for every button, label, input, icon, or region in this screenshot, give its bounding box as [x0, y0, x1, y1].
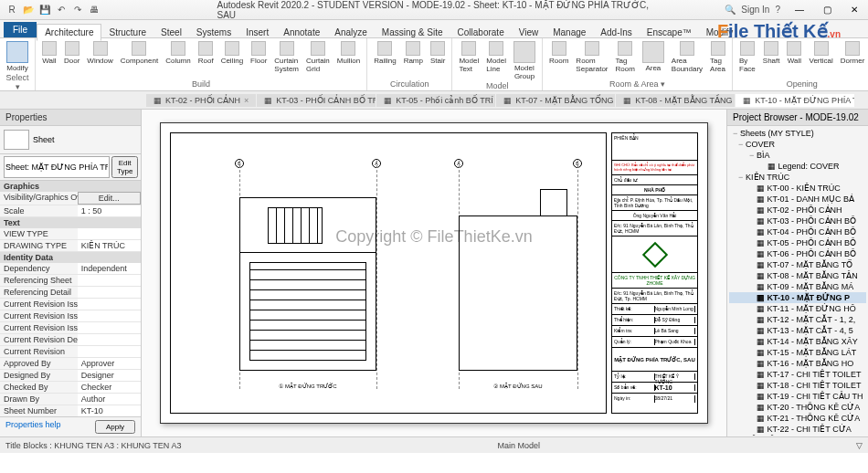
tree-twisty-icon[interactable]: −: [738, 140, 746, 149]
by-face-button[interactable]: ByFace: [736, 40, 758, 74]
area-button[interactable]: Area: [640, 40, 667, 73]
tree-node[interactable]: −BÌA: [729, 150, 866, 161]
file-tab[interactable]: File: [4, 22, 37, 37]
instance-selector[interactable]: [4, 156, 110, 178]
tree-node[interactable]: ▦ KT-14 - MẶT BẰNG XÂY: [729, 336, 866, 347]
room-button[interactable]: Room: [546, 40, 571, 66]
close-button[interactable]: ✕: [841, 0, 868, 20]
property-value[interactable]: Designer: [78, 370, 141, 381]
tree-node[interactable]: ▦ KT-03 - PHỐI CẢNH BỐ: [729, 215, 866, 226]
tree-twisty-icon[interactable]: −: [738, 173, 746, 182]
undo-icon[interactable]: ↶: [55, 4, 68, 16]
minimize-button[interactable]: —: [786, 0, 813, 20]
property-row[interactable]: Current Revision Descri...: [0, 334, 141, 346]
property-value[interactable]: [78, 287, 141, 298]
tree-node[interactable]: ▦ KT-00 - KIẾN TRÚC: [729, 183, 866, 194]
document-tab[interactable]: ▦KT-02 - PHỐI CẢNH×: [146, 94, 256, 107]
property-row[interactable]: Approved ByApprover: [0, 358, 141, 370]
tree-node[interactable]: ▦ KT-05 - PHỐI CẢNH BỐ: [729, 237, 866, 248]
tree-node[interactable]: ▦ KT-04 - PHỐI CẢNH BỐ: [729, 226, 866, 237]
component-button[interactable]: Component: [118, 40, 161, 66]
tree-node[interactable]: −KIẾN TRÚC: [729, 172, 866, 183]
property-value[interactable]: KIẾN TRÚC: [78, 240, 141, 251]
property-value[interactable]: [78, 310, 141, 321]
dormer-button[interactable]: Dormer: [838, 40, 868, 66]
property-value[interactable]: [78, 322, 141, 333]
area-boundary-button[interactable]: AreaBoundary: [669, 40, 705, 74]
curtain-grid-button[interactable]: CurtainGrid: [303, 40, 333, 74]
elevation-front-view[interactable]: B A ① MẶT ĐỨNG TRƯỚC: [217, 161, 399, 389]
property-row[interactable]: Current Revision: [0, 346, 141, 358]
property-section[interactable]: Identity Data: [0, 252, 141, 263]
tree-node[interactable]: ▦ KT-22 - CHI TIẾT CỬA: [729, 424, 866, 435]
title-block[interactable]: PHIÊN BẢN GHI CHÚ: Bản vẽ chỉ có ý nghĩa…: [611, 132, 698, 414]
help-icon[interactable]: ?: [775, 5, 780, 15]
document-tab[interactable]: ▦KT-10 - MẶT ĐỨNG PHÍA TRƯỚ...×: [736, 94, 854, 107]
mullion-button[interactable]: Mullion: [334, 40, 363, 66]
redo-icon[interactable]: ↷: [71, 4, 84, 16]
tag-area-button[interactable]: TagArea: [707, 40, 728, 74]
property-value[interactable]: Checker: [78, 382, 141, 393]
tree-node[interactable]: ▦ KT-21 - THỐNG KÊ CỬA: [729, 413, 866, 424]
elevation-rear-view[interactable]: A B ② MẶT ĐỨNG SAU: [445, 161, 591, 389]
maximize-button[interactable]: ▢: [813, 0, 841, 20]
tree-node[interactable]: ▦ KT-13 - MẶT CẮT - 4, 5: [729, 325, 866, 336]
property-row[interactable]: DRAWING TYPEKIẾN TRÚC: [0, 240, 141, 252]
tree-node[interactable]: ▦ KT-17 - CHI TIẾT TOILET: [729, 369, 866, 380]
tree-twisty-icon[interactable]: −: [749, 151, 757, 160]
property-row[interactable]: Scale1 : 50: [0, 205, 141, 217]
property-value[interactable]: Independent: [78, 263, 141, 274]
wall-button[interactable]: Wall: [784, 40, 804, 66]
property-row[interactable]: Visibility/Graphics Over...Edit...: [0, 192, 141, 205]
document-tab[interactable]: ▦KT-03 - PHỐI CẢNH BỐ TRÍ NỘI TH...×: [257, 94, 376, 107]
wall-button[interactable]: Wall: [39, 40, 59, 66]
property-row[interactable]: VIEW TYPE: [0, 228, 141, 240]
document-tab[interactable]: ▦KT-08 - MẶT BẰNG TẦNG 1 + 2×: [616, 94, 735, 107]
property-value[interactable]: [78, 228, 141, 239]
tree-node[interactable]: ▦ KT-18 - CHI TIẾT TOILET: [729, 380, 866, 391]
property-value[interactable]: KT-10: [78, 405, 141, 416]
tree-node[interactable]: −KẾT CẤU: [729, 435, 866, 436]
tree-node[interactable]: ▦ KT-02 - PHỐI CẢNH: [729, 205, 866, 215]
save-icon[interactable]: 💾: [38, 4, 51, 16]
tree-node[interactable]: ▦ KT-01 - DANH MỤC BẢ: [729, 194, 866, 205]
property-value[interactable]: [78, 334, 141, 345]
tag-room-button[interactable]: TagRoom: [613, 40, 638, 74]
property-row[interactable]: Sheet NumberKT-10: [0, 405, 141, 416]
print-icon[interactable]: 🖶: [88, 4, 101, 16]
tree-node[interactable]: ▦ Legend: COVER: [729, 161, 866, 172]
tree-node[interactable]: −Sheets (MY STYLE): [729, 128, 866, 139]
railing-button[interactable]: Railing: [371, 40, 398, 66]
property-section[interactable]: Text: [0, 217, 141, 228]
tree-node[interactable]: −COVER: [729, 139, 866, 150]
model-group-button[interactable]: ModelGroup: [511, 40, 538, 81]
property-value[interactable]: 1 : 50: [78, 205, 141, 216]
tree-twisty-icon[interactable]: −: [738, 436, 746, 436]
property-row[interactable]: Referencing Detail: [0, 287, 141, 299]
column-button[interactable]: Column: [163, 40, 194, 66]
roof-button[interactable]: Roof: [196, 40, 217, 66]
open-icon[interactable]: 📂: [22, 4, 35, 16]
revit-icon[interactable]: R: [5, 4, 18, 16]
property-row[interactable]: Current Revision Issued: [0, 299, 141, 310]
ramp-button[interactable]: Ramp: [401, 40, 426, 66]
window-button[interactable]: Window: [84, 40, 115, 66]
property-value[interactable]: Approver: [78, 358, 141, 369]
vertical-button[interactable]: Vertical: [806, 40, 835, 66]
model-line-button[interactable]: ModelLine: [483, 40, 509, 74]
tree-node[interactable]: ▦ KT-19 - CHI TIẾT CẦU TH: [729, 391, 866, 402]
select-dropdown[interactable]: Select ▾: [4, 73, 31, 91]
properties-help-link[interactable]: Properties help: [5, 420, 61, 434]
property-row[interactable]: Drawn ByAuthor: [0, 394, 141, 405]
property-value[interactable]: [78, 275, 141, 286]
filter-icon[interactable]: ▽: [856, 441, 863, 450]
tree-node[interactable]: ▦ KT-16 - MẶT BẰNG HO: [729, 358, 866, 369]
floor-button[interactable]: Floor: [248, 40, 270, 66]
property-value[interactable]: [78, 346, 141, 357]
property-section[interactable]: Graphics: [0, 181, 141, 192]
tree-node[interactable]: ▦ KT-11 - MẶT ĐỨNG HÔ: [729, 303, 866, 314]
tree-node[interactable]: ▦ KT-09 - MẶT BẰNG MÁ: [729, 281, 866, 292]
property-value[interactable]: Edit...: [78, 192, 141, 205]
tree-node[interactable]: ▦ KT-10 - MẶT ĐỨNG P: [729, 292, 866, 303]
tree-twisty-icon[interactable]: −: [733, 129, 740, 138]
